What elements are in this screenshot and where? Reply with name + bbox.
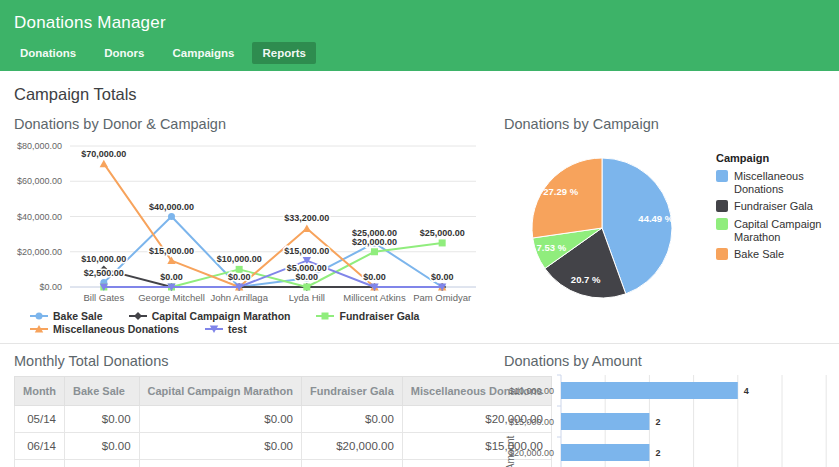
legend-item-test[interactable]: test bbox=[205, 323, 247, 335]
svg-text:$0.00: $0.00 bbox=[39, 282, 62, 292]
nav-tab-donations[interactable]: Donations bbox=[10, 42, 86, 64]
table-title: Monthly Total Donations bbox=[14, 353, 492, 369]
svg-text:Millicent Atkins: Millicent Atkins bbox=[343, 292, 406, 303]
nav-tab-reports[interactable]: Reports bbox=[252, 42, 315, 64]
legend-label: Bake Sale bbox=[53, 310, 103, 322]
table-cell: $0.00 bbox=[64, 460, 139, 467]
donations-manager-app: Donations Manager DonationsDonorsCampaig… bbox=[0, 0, 839, 467]
main-nav: DonationsDonorsCampaignsReports bbox=[10, 42, 839, 71]
table-cell: $0.00 bbox=[302, 460, 403, 467]
svg-text:$20,000.00: $20,000.00 bbox=[17, 247, 62, 257]
pie-legend-item-miscellaneous-donations[interactable]: Miscellaneous Donations bbox=[716, 170, 825, 195]
svg-text:$33,200.00: $33,200.00 bbox=[284, 213, 329, 223]
svg-text:$10,000.00: $10,000.00 bbox=[509, 386, 554, 396]
table-header-row: MonthBake SaleCapital Campaign MarathonF… bbox=[15, 377, 552, 406]
svg-text:$40,000.00: $40,000.00 bbox=[17, 212, 62, 222]
page-title: Campaign Totals bbox=[14, 85, 825, 104]
svg-text:$0.00: $0.00 bbox=[228, 272, 251, 282]
column-header-fundraiser-gala: Fundraiser Gala bbox=[302, 377, 403, 406]
line-chart-legend: Bake SaleCapital Campaign MarathonFundra… bbox=[30, 310, 492, 335]
pie-legend-item-bake-sale[interactable]: Bake Sale bbox=[716, 248, 825, 261]
svg-text:$60,000.00: $60,000.00 bbox=[17, 176, 62, 186]
series-marker-icon bbox=[129, 311, 147, 321]
legend-label: Fundraiser Gala bbox=[734, 200, 813, 213]
table-cell: $0.00 bbox=[139, 406, 301, 433]
svg-text:George Mitchell: George Mitchell bbox=[138, 292, 205, 303]
series-marker-icon bbox=[205, 324, 223, 334]
svg-text:Amount: Amount bbox=[505, 436, 516, 467]
column-header-capital-campaign-marathon: Capital Campaign Marathon bbox=[139, 377, 301, 406]
svg-text:$0.00: $0.00 bbox=[431, 272, 454, 282]
column-header-bake-sale: Bake Sale bbox=[64, 377, 139, 406]
table-cell: $20,000.00 bbox=[302, 433, 403, 460]
pie-chart-title: Donations by Campaign bbox=[504, 116, 825, 132]
legend-label: Capital Campaign Marathon bbox=[152, 310, 291, 322]
svg-text:2: 2 bbox=[655, 417, 660, 427]
nav-tab-donors[interactable]: Donors bbox=[94, 42, 154, 64]
svg-text:$10,000.00: $10,000.00 bbox=[217, 254, 262, 264]
table-cell: 08/14 bbox=[15, 460, 65, 467]
svg-text:27.29 %: 27.29 % bbox=[543, 186, 578, 197]
svg-text:2: 2 bbox=[655, 448, 660, 458]
table-row: 08/14$0.00$10,000.00$0.00$0.00 bbox=[15, 460, 552, 467]
bar-chart-title: Donations by Amount bbox=[504, 353, 825, 369]
pie-legend-title: Campaign bbox=[716, 152, 825, 164]
svg-text:$20,000.00: $20,000.00 bbox=[352, 237, 397, 247]
bar-chart[interactable]: $10,000.004$15,000.002$20,000.002$25,000… bbox=[504, 373, 825, 467]
legend-label: Miscellaneous Donations bbox=[53, 323, 179, 335]
app-title: Donations Manager bbox=[14, 13, 839, 33]
pie-chart-legend: Campaign Miscellaneous DonationsFundrais… bbox=[716, 136, 825, 328]
legend-item-fundraiser-gala[interactable]: Fundraiser Gala bbox=[316, 310, 419, 322]
svg-text:$15,000.00: $15,000.00 bbox=[284, 246, 329, 256]
legend-item-capital-campaign-marathon[interactable]: Capital Campaign Marathon bbox=[129, 310, 291, 322]
pie-legend-item-capital-campaign-marathon[interactable]: Capital Campaign Marathon bbox=[716, 218, 825, 243]
series-marker-icon bbox=[30, 324, 48, 334]
legend-label: Bake Sale bbox=[734, 248, 784, 261]
svg-text:$10,000.00: $10,000.00 bbox=[81, 254, 126, 264]
svg-text:Bill Gates: Bill Gates bbox=[84, 292, 125, 303]
svg-text:$40,000.00: $40,000.00 bbox=[149, 202, 194, 212]
svg-text:$15,000.00: $15,000.00 bbox=[149, 246, 194, 256]
legend-item-bake-sale[interactable]: Bake Sale bbox=[30, 310, 103, 322]
column-header-month: Month bbox=[15, 377, 65, 406]
swatch-icon bbox=[716, 218, 728, 230]
monthly-table-section: Monthly Total Donations MonthBake SaleCa… bbox=[14, 351, 492, 467]
table-cell: $0.00 bbox=[64, 406, 139, 433]
legend-item-miscellaneous-donations[interactable]: Miscellaneous Donations bbox=[30, 323, 179, 335]
svg-text:4: 4 bbox=[744, 386, 749, 396]
swatch-icon bbox=[716, 200, 728, 212]
top-row: Donations by Donor & Campaign $0.00$20,0… bbox=[14, 114, 825, 335]
table-cell: $0.00 bbox=[64, 433, 139, 460]
table-cell: $10,000.00 bbox=[139, 460, 301, 467]
series-marker-icon bbox=[316, 311, 334, 321]
pie-legend-items: Miscellaneous DonationsFundraiser GalaCa… bbox=[716, 170, 825, 261]
bottom-row: Monthly Total Donations MonthBake SaleCa… bbox=[0, 343, 839, 467]
legend-label: Capital Campaign Marathon bbox=[734, 218, 825, 243]
table-row: 05/14$0.00$0.00$0.00$20,000.00 bbox=[15, 406, 552, 433]
table-cell: $0.00 bbox=[302, 406, 403, 433]
svg-text:Lyda Hill: Lyda Hill bbox=[289, 292, 325, 303]
svg-text:$0.00: $0.00 bbox=[160, 272, 183, 282]
table-cell: $0.00 bbox=[139, 433, 301, 460]
svg-text:John Arrillaga: John Arrillaga bbox=[210, 292, 268, 303]
table-cell: 06/14 bbox=[15, 433, 65, 460]
swatch-icon bbox=[716, 170, 728, 182]
pie-chart[interactable]: 44.49 %20.7 %7.53 %27.29 % bbox=[504, 136, 716, 328]
svg-text:20.7 %: 20.7 % bbox=[571, 274, 601, 285]
swatch-icon bbox=[716, 248, 728, 260]
svg-text:$0.00: $0.00 bbox=[363, 272, 386, 282]
svg-text:44.49 %: 44.49 % bbox=[638, 213, 673, 224]
line-chart[interactable]: $0.00$20,000.00$40,000.00$60,000.00$80,0… bbox=[14, 136, 492, 310]
bar-chart-section: Donations by Amount $10,000.004$15,000.0… bbox=[504, 351, 825, 467]
pie-chart-area: 44.49 %20.7 %7.53 %27.29 % Campaign Misc… bbox=[504, 136, 825, 328]
svg-text:$2,500.00: $2,500.00 bbox=[84, 268, 124, 278]
report-page: Campaign Totals Donations by Donor & Cam… bbox=[0, 85, 839, 467]
table-row: 06/14$0.00$0.00$20,000.00$15,000.00 bbox=[15, 433, 552, 460]
svg-text:7.53 %: 7.53 % bbox=[537, 242, 567, 253]
pie-legend-item-fundraiser-gala[interactable]: Fundraiser Gala bbox=[716, 200, 825, 213]
svg-text:$15,000.00: $15,000.00 bbox=[509, 417, 554, 427]
line-chart-title: Donations by Donor & Campaign bbox=[14, 116, 492, 132]
legend-label: test bbox=[228, 323, 247, 335]
series-marker-icon bbox=[30, 311, 48, 321]
nav-tab-campaigns[interactable]: Campaigns bbox=[162, 42, 244, 64]
